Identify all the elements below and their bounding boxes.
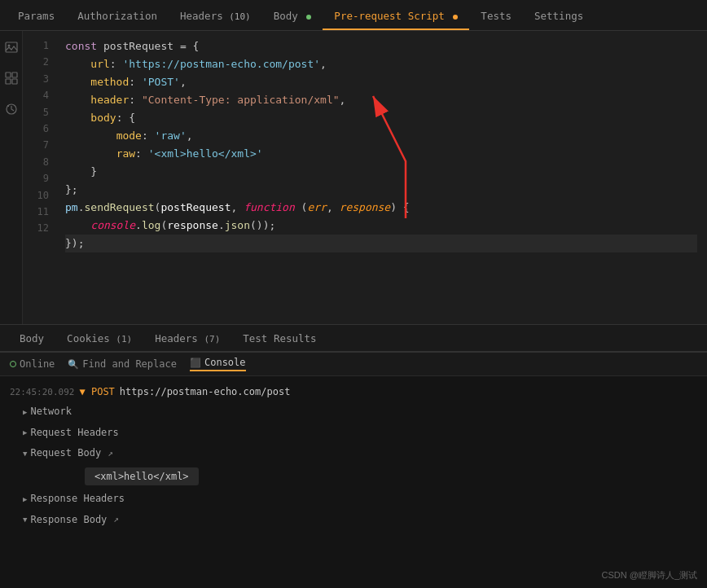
code-line-3: method: 'POST',: [65, 73, 697, 91]
tab-body[interactable]: Body: [262, 3, 323, 30]
console-request-body[interactable]: ▼ Request Body ↗: [0, 443, 707, 464]
tab-tests[interactable]: Tests: [469, 3, 523, 30]
triangle-right-icon-2: ▶: [23, 426, 27, 439]
find-replace-btn[interactable]: 🔍 Find and Replace: [68, 358, 177, 370]
search-icon: 🔍: [68, 359, 79, 370]
top-tab-bar: Params Authorization Headers (10) Body P…: [0, 0, 707, 31]
console-area: 22:45:20.092 ▼ POST https://postman-echo…: [0, 376, 707, 588]
code-line-8: }: [65, 163, 697, 181]
tab-headers[interactable]: Headers (10): [169, 3, 262, 30]
code-line-10: pm.sendRequest(postRequest, function (er…: [65, 199, 697, 217]
external-link-icon-2: ↗: [113, 511, 119, 528]
svg-rect-0: [6, 42, 17, 52]
triangle-right-icon: ▶: [23, 406, 27, 419]
external-link-icon: ↗: [108, 445, 113, 462]
tab-pre-request-script[interactable]: Pre-request Script: [323, 3, 469, 30]
console-request-headers[interactable]: ▶ Request Headers: [0, 423, 707, 444]
svg-rect-3: [12, 72, 17, 77]
pre-request-dot: [453, 15, 458, 20]
network-label: Network: [30, 403, 72, 421]
body-dot: [306, 15, 311, 20]
code-line-4: header: "Content-Type: application/xml",: [65, 91, 697, 109]
log-method: ▼ POST: [79, 384, 114, 400]
svg-rect-5: [12, 79, 17, 84]
console-response-headers[interactable]: ▶ Response Headers: [0, 489, 707, 510]
grid-icon[interactable]: [3, 70, 20, 86]
svg-rect-2: [6, 72, 11, 77]
response-headers-label: Response Headers: [30, 490, 125, 508]
code-line-12: });: [65, 235, 697, 252]
image-icon[interactable]: [3, 39, 20, 55]
code-line-6: mode: 'raw',: [65, 127, 697, 145]
code-line-9: };: [65, 181, 697, 199]
triangle-down-icon-2: ▼: [23, 513, 27, 526]
svg-point-1: [7, 45, 10, 47]
response-tab-bar: Body Cookies (1) Headers (7) Test Result…: [0, 324, 707, 352]
tab-params[interactable]: Params: [7, 3, 66, 30]
tab-cookies[interactable]: Cookies (1): [57, 327, 142, 349]
code-line-2: url: 'https://postman-echo.com/post',: [65, 55, 697, 73]
console-response-body[interactable]: ▼ Response Body ↗: [0, 510, 707, 531]
xml-value: <xml>hello</xml>: [85, 467, 199, 485]
line-numbers: 1 2 3 4 5 6 7 8 9 10 11 12: [23, 31, 55, 324]
code-line-5: body: {: [65, 109, 697, 127]
log-timestamp: 22:45:20.092: [10, 385, 74, 400]
request-headers-label: Request Headers: [30, 424, 118, 442]
triangle-down-icon: ▼: [23, 447, 27, 460]
status-bar: Online 🔍 Find and Replace ⬛ Console: [0, 352, 707, 376]
console-btn[interactable]: ⬛ Console: [190, 357, 246, 371]
tab-test-results[interactable]: Test Results: [233, 327, 326, 349]
tab-settings[interactable]: Settings: [523, 3, 595, 30]
online-dot: [10, 361, 16, 367]
sidebar-icons: [0, 31, 23, 324]
code-line-1: const postRequest = {: [65, 37, 697, 55]
code-line-7: raw: '<xml>hello</xml>': [65, 145, 697, 163]
tab-response-body[interactable]: Body: [10, 327, 54, 349]
response-body-label: Response Body: [30, 511, 107, 529]
code-editor: 1 2 3 4 5 6 7 8 9 10 11 12 const postReq…: [0, 31, 707, 324]
xml-content-block: <xml>hello</xml>: [0, 464, 707, 489]
console-network[interactable]: ▶ Network: [0, 402, 707, 423]
triangle-right-icon-3: ▶: [23, 493, 27, 506]
console-log-entry[interactable]: 22:45:20.092 ▼ POST https://postman-echo…: [0, 383, 707, 402]
history-icon[interactable]: [3, 101, 20, 117]
online-status[interactable]: Online: [10, 358, 55, 370]
request-body-label: Request Body: [30, 445, 101, 463]
svg-rect-4: [6, 79, 11, 84]
watermark: CSDN @瞪脚诗人_测试: [601, 569, 697, 581]
code-content[interactable]: const postRequest = { url: 'https://post…: [55, 31, 707, 324]
code-line-11: console.log(response.json());: [65, 217, 697, 235]
log-url: https://postman-echo.com/post: [120, 384, 291, 400]
console-icon: ⬛: [190, 358, 201, 368]
tab-response-headers[interactable]: Headers (7): [145, 327, 230, 349]
tab-authorization[interactable]: Authorization: [66, 3, 169, 30]
